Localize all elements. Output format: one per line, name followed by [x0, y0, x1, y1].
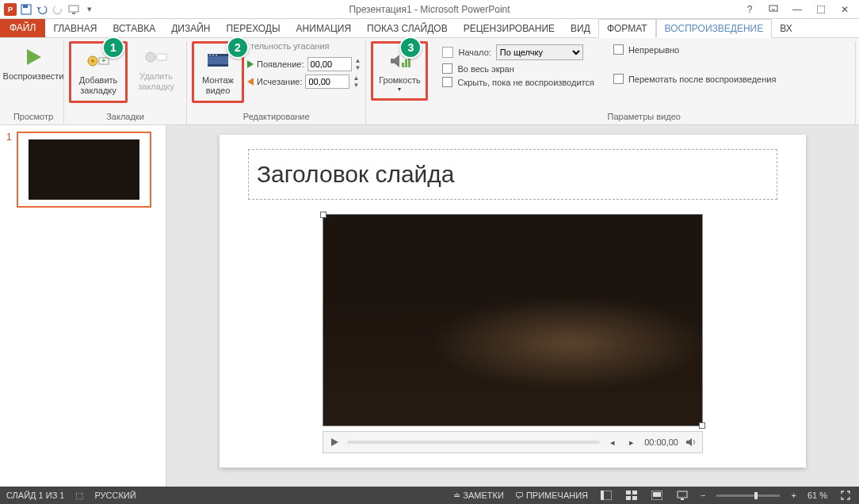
media-progress[interactable] — [347, 441, 600, 444]
slideshow-view-icon[interactable] — [675, 490, 689, 501]
normal-view-icon[interactable] — [599, 490, 613, 501]
fade-title: тельность угасания — [247, 41, 361, 55]
svg-rect-2 — [69, 6, 78, 12]
media-step-fwd-icon[interactable]: ▸ — [625, 437, 638, 448]
tab-file[interactable]: ФАЙЛ — [0, 18, 45, 37]
window-title: Презентация1 - Microsoft PowerPoint — [349, 4, 510, 15]
fade-out-input[interactable] — [305, 74, 349, 89]
close-button[interactable]: ✕ — [834, 2, 856, 17]
svg-rect-16 — [212, 55, 214, 55]
add-bookmark-label: Добавить закладку — [74, 75, 122, 96]
media-step-back-icon[interactable]: ◂ — [606, 437, 619, 448]
zoom-slider[interactable] — [716, 494, 780, 497]
tab-transitions[interactable]: ПЕРЕХОДЫ — [219, 20, 288, 37]
video-frame-content — [323, 299, 702, 426]
media-controls: ◂ ▸ 00:00,00 — [323, 431, 703, 453]
fade-in-row: Появление: ▲▼ — [247, 57, 361, 71]
loop-row[interactable]: Непрерывно — [613, 44, 777, 55]
save-icon[interactable] — [19, 2, 33, 17]
window-controls: ? — ✕ — [739, 2, 859, 17]
svg-rect-15 — [209, 55, 211, 55]
svg-rect-26 — [632, 496, 637, 500]
comments-button[interactable]: 🗩 ПРИМЕЧАНИЯ — [515, 491, 588, 500]
fade-out-label: Исчезание: — [257, 77, 302, 86]
thumb-preview — [29, 139, 139, 200]
tab-format[interactable]: ФОРМАТ — [598, 19, 656, 38]
callout-2: 2 — [227, 36, 249, 59]
status-language[interactable]: РУССКИЙ — [94, 491, 136, 500]
video-object[interactable] — [323, 214, 703, 426]
sorter-view-icon[interactable] — [624, 490, 639, 501]
tab-home[interactable]: ГЛАВНАЯ — [45, 20, 105, 37]
app-logo: P — [3, 2, 17, 17]
svg-rect-23 — [626, 491, 631, 494]
redo-icon[interactable] — [51, 2, 65, 17]
loop-label: Непрерывно — [628, 45, 679, 55]
fit-view-icon[interactable] — [838, 490, 853, 501]
notes-button[interactable]: ≐ ЗАМЕТКИ — [453, 491, 504, 501]
tab-view[interactable]: ВИД — [563, 20, 598, 37]
remove-bookmark-icon — [143, 44, 169, 70]
fade-out-icon — [247, 78, 254, 86]
minimize-button[interactable]: — — [786, 2, 808, 17]
start-select[interactable]: По щелчку — [496, 44, 583, 60]
fullscreen-checkbox[interactable] — [442, 63, 452, 74]
start-row: Начало: По щелчку — [442, 44, 594, 60]
title-placeholder[interactable]: Заголовок слайда — [248, 149, 777, 200]
svg-rect-18 — [402, 63, 404, 67]
tab-review[interactable]: РЕЦЕНЗИРОВАНИЕ — [456, 20, 563, 37]
tab-design[interactable]: ДИЗАЙН — [163, 20, 218, 37]
rewind-checkbox[interactable] — [613, 74, 624, 84]
fullscreen-row[interactable]: Во весь экран — [442, 63, 594, 74]
tab-animations[interactable]: АНИМАЦИЯ — [288, 20, 359, 37]
slide-thumbnail-1[interactable] — [17, 132, 151, 208]
help-icon[interactable]: ? — [739, 2, 761, 17]
start-icon — [442, 47, 453, 58]
zoom-level[interactable]: 61 % — [807, 491, 827, 500]
tab-insert[interactable]: ВСТАВКА — [105, 20, 163, 37]
fade-out-row: Исчезание: ▲▼ — [247, 74, 361, 89]
svg-rect-1 — [23, 5, 28, 8]
loop-checkbox[interactable] — [613, 44, 624, 55]
reading-view-icon[interactable] — [650, 490, 664, 501]
spinner-icon[interactable]: ▲▼ — [355, 57, 361, 71]
hide-row[interactable]: Скрыть, пока не воспроизводится — [442, 77, 594, 87]
tab-slideshow[interactable]: ПОКАЗ СЛАЙДОВ — [359, 20, 456, 37]
media-play-icon[interactable] — [328, 437, 341, 447]
thumb-number: 1 — [6, 132, 12, 480]
ribbon-options-icon[interactable] — [762, 2, 785, 17]
undo-icon[interactable] — [35, 2, 49, 17]
svg-rect-28 — [653, 492, 661, 497]
volume-label: Громкость — [379, 75, 420, 86]
rewind-label: Перемотать после воспроизведения — [628, 74, 777, 84]
rewind-row[interactable]: Перемотать после воспроизведения — [613, 74, 777, 84]
play-button[interactable]: Воспроизвести — [8, 41, 59, 85]
hide-checkbox[interactable] — [442, 77, 452, 87]
slide-editor[interactable]: Заголовок слайда ◂ ▸ 00:00,00 — [166, 125, 859, 487]
tab-playback[interactable]: ВОСПРОИЗВЕДЕНИЕ — [656, 19, 773, 38]
spinner-icon[interactable]: ▲▼ — [353, 74, 359, 89]
slide-canvas[interactable]: Заголовок слайда ◂ ▸ 00:00,00 — [220, 135, 806, 468]
workspace: 1 Заголовок слайда ◂ ▸ 00:00,00 — [0, 125, 859, 487]
group-editing: 2 Монтаж видео тельность угасания Появле… — [187, 41, 366, 124]
svg-rect-19 — [405, 59, 407, 67]
svg-rect-5 — [817, 6, 825, 13]
svg-rect-3 — [72, 13, 75, 14]
fullscreen-label: Во весь экран — [457, 64, 513, 74]
svg-point-10 — [146, 52, 155, 62]
zoom-in-button[interactable]: + — [791, 491, 796, 500]
zoom-out-button[interactable]: − — [701, 491, 705, 500]
spacer — [399, 112, 401, 123]
media-volume-icon[interactable] — [685, 437, 697, 447]
start-slideshow-icon[interactable] — [67, 2, 81, 17]
remove-bookmark-label: Удалить закладку — [132, 71, 180, 92]
status-lang-icon[interactable]: ⬚ — [75, 491, 83, 501]
fade-in-icon — [247, 60, 254, 68]
svg-rect-11 — [157, 54, 166, 60]
play-label: Воспроизвести — [3, 71, 64, 82]
maximize-button[interactable] — [810, 2, 832, 17]
svg-point-7 — [91, 59, 94, 63]
tab-overflow[interactable]: Вх — [772, 20, 800, 37]
fade-in-input[interactable] — [307, 57, 352, 71]
qat-dropdown-icon[interactable]: ▾ — [82, 2, 97, 17]
